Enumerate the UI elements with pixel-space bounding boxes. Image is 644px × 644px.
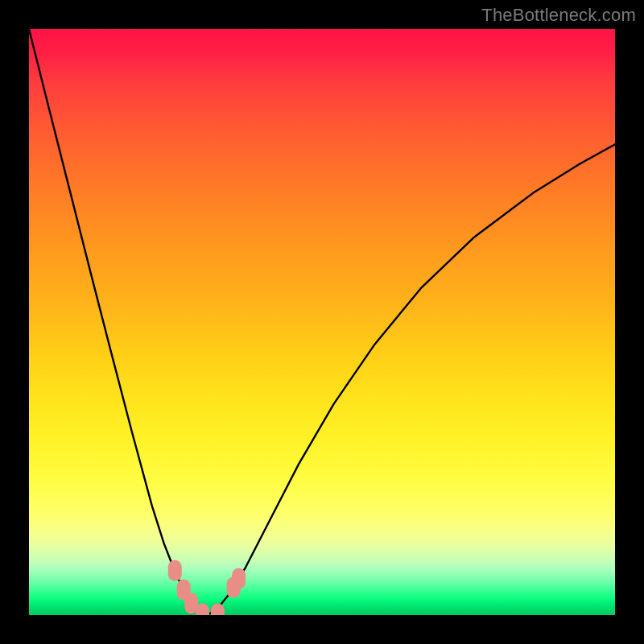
marker-point [168,560,182,581]
curve-layer [29,29,615,615]
watermark-text: TheBottleneck.com [481,5,636,26]
plot-area [29,29,615,615]
marker-point [232,568,246,589]
chart-frame: TheBottleneck.com [0,0,644,644]
bottleneck-curve-path [29,29,615,615]
bottleneck-curve [29,29,615,615]
marker-cluster [168,560,246,615]
marker-point [211,604,225,615]
